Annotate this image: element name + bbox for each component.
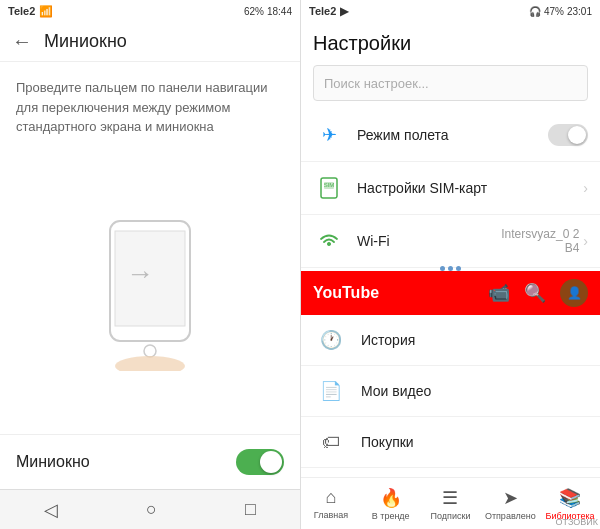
youtube-camera-icon[interactable]: 📹 xyxy=(488,282,510,304)
youtube-avatar[interactable]: 👤 xyxy=(560,279,588,307)
right-play-icon: ▶ xyxy=(340,5,348,18)
trending-nav-icon: 🔥 xyxy=(380,487,402,509)
left-panel: Tele2 📶 62% 18:44 ← Миниокно Проведите п… xyxy=(0,0,300,529)
subscriptions-nav-label: Подписки xyxy=(431,511,471,521)
dot-1 xyxy=(440,266,445,271)
nav-home-button[interactable]: ○ xyxy=(146,499,157,520)
phone-illustration: → xyxy=(0,149,300,435)
yt-nav-library[interactable]: 📚 Библиотека xyxy=(540,487,600,521)
settings-page-title: Настройки xyxy=(301,22,600,61)
wifi-svg xyxy=(318,230,340,252)
library-nav-icon: 📚 xyxy=(559,487,581,509)
history-icon: 🕐 xyxy=(317,326,345,354)
dot-2 xyxy=(448,266,453,271)
right-battery-text: 47% xyxy=(544,6,564,17)
drag-handle-dots xyxy=(301,263,600,273)
subscriptions-nav-icon: ☰ xyxy=(442,487,458,509)
left-carrier-text: Tele2 xyxy=(8,5,35,17)
myvideos-icon: 📄 xyxy=(317,377,345,405)
settings-item-wifi[interactable]: Wi-Fi Intersvyaz_0 2B4 › xyxy=(301,215,600,268)
yt-nav-trending[interactable]: 🔥 В тренде xyxy=(361,487,421,521)
left-time-text: 18:44 xyxy=(267,6,292,17)
yt-menu-item-purchases[interactable]: 🏷 Покупки xyxy=(301,417,600,468)
right-time-text: 23:01 xyxy=(567,6,592,17)
wifi-value: Intersvyaz_0 2B4 xyxy=(499,227,579,255)
left-status-carrier: Tele2 📶 xyxy=(8,5,53,18)
home-nav-label: Главная xyxy=(314,510,348,520)
yt-nav-home[interactable]: ⌂ Главная xyxy=(301,487,361,520)
home-nav-icon: ⌂ xyxy=(325,487,336,508)
settings-search-box[interactable]: Поиск настроек... xyxy=(313,65,588,101)
svg-point-2 xyxy=(144,345,156,357)
right-panel: Tele2 ▶ 🎧 47% 23:01 Настройки Поиск наст… xyxy=(300,0,600,529)
wifi-label: Wi-Fi xyxy=(357,233,499,249)
airplane-toggle[interactable] xyxy=(548,124,588,146)
yt-menu-item-myvideos[interactable]: 📄 Мои видео xyxy=(301,366,600,417)
airplane-icon: ✈ xyxy=(313,119,345,151)
youtube-search-icon[interactable]: 🔍 xyxy=(524,282,546,304)
nav-recent-button[interactable]: □ xyxy=(245,499,256,520)
sent-nav-icon: ➤ xyxy=(503,487,518,509)
left-status-right: 62% 18:44 xyxy=(244,6,292,17)
left-page-title: Миниокно xyxy=(44,31,127,52)
mini-window-setting-row[interactable]: Миниокно xyxy=(0,434,300,489)
settings-item-airplane[interactable]: ✈ Режим полета xyxy=(301,109,600,162)
sim-icon: SIM xyxy=(313,172,345,204)
left-battery-text: 62% xyxy=(244,6,264,17)
svg-point-4 xyxy=(115,356,185,371)
nav-back-button[interactable]: ◁ xyxy=(44,499,58,521)
wifi-arrow-icon: › xyxy=(583,233,588,249)
youtube-bar-icons: 📹 🔍 👤 xyxy=(488,279,588,307)
watermark: ОТЗОВИК xyxy=(556,517,598,527)
mini-window-label-text: Миниокно xyxy=(16,453,90,471)
youtube-mini-bar[interactable]: YouTube 📹 🔍 👤 xyxy=(301,271,600,315)
sent-nav-label: Отправлено xyxy=(485,511,536,521)
left-header: ← Миниокно xyxy=(0,22,300,62)
yt-menu-item-history[interactable]: 🕐 История xyxy=(301,315,600,366)
avatar-placeholder: 👤 xyxy=(567,286,582,300)
dot-3 xyxy=(456,266,461,271)
yt-nav-sent[interactable]: ➤ Отправлено xyxy=(480,487,540,521)
back-button[interactable]: ← xyxy=(12,30,32,53)
left-nav-bar: ◁ ○ □ xyxy=(0,489,300,529)
search-placeholder-text: Поиск настроек... xyxy=(324,76,429,91)
purchases-icon: 🏷 xyxy=(317,428,345,456)
airplane-label: Режим полета xyxy=(357,127,548,143)
phone-drawing-svg: → xyxy=(85,211,215,371)
right-carrier-text: Tele2 ▶ xyxy=(309,5,348,18)
sim-arrow-icon: › xyxy=(583,180,588,196)
myvideos-label: Мои видео xyxy=(361,383,431,399)
right-status-bar: Tele2 ▶ 🎧 47% 23:01 xyxy=(301,0,600,22)
svg-text:→: → xyxy=(126,258,154,289)
svg-text:SIM: SIM xyxy=(324,182,335,188)
trending-nav-label: В тренде xyxy=(372,511,410,521)
settings-list: ✈ Режим полета SIM Настройки SIM-карт › xyxy=(301,109,600,529)
left-description-text: Проведите пальцем по панели навигации дл… xyxy=(0,62,300,149)
sim-label: Настройки SIM-карт xyxy=(357,180,579,196)
sim-svg: SIM xyxy=(318,177,340,199)
yt-nav-subscriptions[interactable]: ☰ Подписки xyxy=(421,487,481,521)
right-headphone-icon: 🎧 xyxy=(529,6,541,17)
right-carrier: Tele2 xyxy=(309,5,336,17)
left-sim-icon: 📶 xyxy=(39,5,53,18)
left-status-bar: Tele2 📶 62% 18:44 xyxy=(0,0,300,22)
settings-item-sim[interactable]: SIM Настройки SIM-карт › xyxy=(301,162,600,215)
mini-window-toggle[interactable] xyxy=(236,449,284,475)
wifi-icon xyxy=(313,225,345,257)
youtube-bar-title: YouTube xyxy=(313,284,488,302)
history-label: История xyxy=(361,332,415,348)
right-status-icons: 🎧 47% 23:01 xyxy=(529,6,592,17)
purchases-label: Покупки xyxy=(361,434,414,450)
